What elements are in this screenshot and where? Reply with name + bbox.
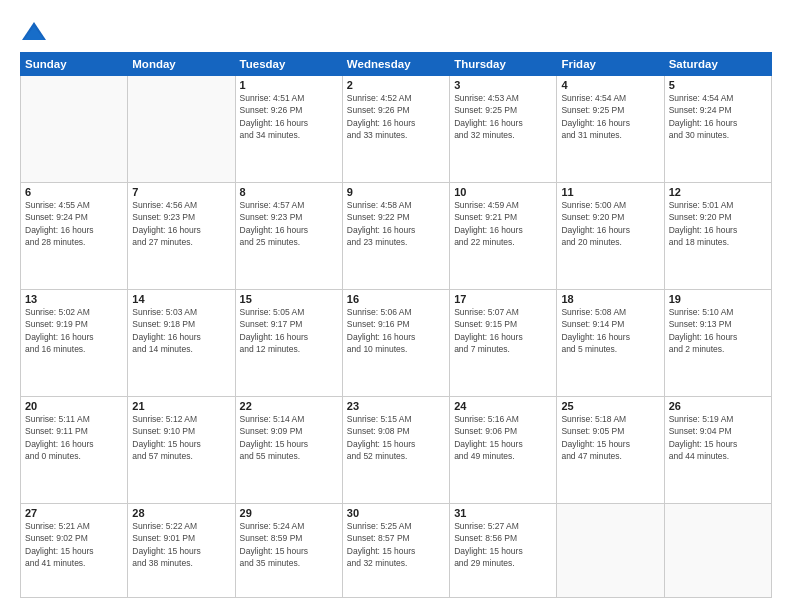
day-info: Sunrise: 5:24 AM Sunset: 8:59 PM Dayligh… [240, 520, 338, 569]
day-info: Sunrise: 5:06 AM Sunset: 9:16 PM Dayligh… [347, 306, 445, 355]
day-number: 31 [454, 507, 552, 519]
week-row-4: 20Sunrise: 5:11 AM Sunset: 9:11 PM Dayli… [21, 397, 772, 504]
calendar-cell: 31Sunrise: 5:27 AM Sunset: 8:56 PM Dayli… [450, 504, 557, 598]
calendar-cell: 5Sunrise: 4:54 AM Sunset: 9:24 PM Daylig… [664, 76, 771, 183]
day-number: 19 [669, 293, 767, 305]
weekday-header-row: SundayMondayTuesdayWednesdayThursdayFrid… [21, 53, 772, 76]
header [20, 18, 772, 46]
day-number: 16 [347, 293, 445, 305]
day-info: Sunrise: 4:54 AM Sunset: 9:25 PM Dayligh… [561, 92, 659, 141]
day-info: Sunrise: 5:12 AM Sunset: 9:10 PM Dayligh… [132, 413, 230, 462]
day-info: Sunrise: 5:15 AM Sunset: 9:08 PM Dayligh… [347, 413, 445, 462]
day-number: 17 [454, 293, 552, 305]
day-info: Sunrise: 4:52 AM Sunset: 9:26 PM Dayligh… [347, 92, 445, 141]
day-number: 6 [25, 186, 123, 198]
day-number: 22 [240, 400, 338, 412]
calendar-cell: 27Sunrise: 5:21 AM Sunset: 9:02 PM Dayli… [21, 504, 128, 598]
calendar-cell: 9Sunrise: 4:58 AM Sunset: 9:22 PM Daylig… [342, 183, 449, 290]
day-info: Sunrise: 5:19 AM Sunset: 9:04 PM Dayligh… [669, 413, 767, 462]
day-info: Sunrise: 4:56 AM Sunset: 9:23 PM Dayligh… [132, 199, 230, 248]
day-info: Sunrise: 5:27 AM Sunset: 8:56 PM Dayligh… [454, 520, 552, 569]
day-number: 2 [347, 79, 445, 91]
day-number: 20 [25, 400, 123, 412]
day-number: 5 [669, 79, 767, 91]
calendar-cell: 1Sunrise: 4:51 AM Sunset: 9:26 PM Daylig… [235, 76, 342, 183]
day-number: 30 [347, 507, 445, 519]
calendar-cell: 18Sunrise: 5:08 AM Sunset: 9:14 PM Dayli… [557, 290, 664, 397]
day-number: 10 [454, 186, 552, 198]
day-number: 8 [240, 186, 338, 198]
day-number: 23 [347, 400, 445, 412]
calendar-cell: 13Sunrise: 5:02 AM Sunset: 9:19 PM Dayli… [21, 290, 128, 397]
day-info: Sunrise: 5:10 AM Sunset: 9:13 PM Dayligh… [669, 306, 767, 355]
day-info: Sunrise: 5:02 AM Sunset: 9:19 PM Dayligh… [25, 306, 123, 355]
week-row-3: 13Sunrise: 5:02 AM Sunset: 9:19 PM Dayli… [21, 290, 772, 397]
weekday-friday: Friday [557, 53, 664, 76]
page: SundayMondayTuesdayWednesdayThursdayFrid… [0, 0, 792, 612]
calendar-cell: 20Sunrise: 5:11 AM Sunset: 9:11 PM Dayli… [21, 397, 128, 504]
weekday-monday: Monday [128, 53, 235, 76]
calendar-cell: 21Sunrise: 5:12 AM Sunset: 9:10 PM Dayli… [128, 397, 235, 504]
calendar-cell: 2Sunrise: 4:52 AM Sunset: 9:26 PM Daylig… [342, 76, 449, 183]
calendar-cell: 25Sunrise: 5:18 AM Sunset: 9:05 PM Dayli… [557, 397, 664, 504]
weekday-tuesday: Tuesday [235, 53, 342, 76]
day-number: 3 [454, 79, 552, 91]
day-number: 12 [669, 186, 767, 198]
day-info: Sunrise: 5:25 AM Sunset: 8:57 PM Dayligh… [347, 520, 445, 569]
calendar-cell: 23Sunrise: 5:15 AM Sunset: 9:08 PM Dayli… [342, 397, 449, 504]
day-number: 13 [25, 293, 123, 305]
day-info: Sunrise: 5:11 AM Sunset: 9:11 PM Dayligh… [25, 413, 123, 462]
weekday-wednesday: Wednesday [342, 53, 449, 76]
calendar-cell: 4Sunrise: 4:54 AM Sunset: 9:25 PM Daylig… [557, 76, 664, 183]
calendar-cell: 12Sunrise: 5:01 AM Sunset: 9:20 PM Dayli… [664, 183, 771, 290]
day-number: 9 [347, 186, 445, 198]
day-number: 4 [561, 79, 659, 91]
calendar-cell: 29Sunrise: 5:24 AM Sunset: 8:59 PM Dayli… [235, 504, 342, 598]
calendar-cell: 10Sunrise: 4:59 AM Sunset: 9:21 PM Dayli… [450, 183, 557, 290]
day-info: Sunrise: 5:05 AM Sunset: 9:17 PM Dayligh… [240, 306, 338, 355]
day-info: Sunrise: 5:21 AM Sunset: 9:02 PM Dayligh… [25, 520, 123, 569]
day-number: 7 [132, 186, 230, 198]
calendar-cell: 19Sunrise: 5:10 AM Sunset: 9:13 PM Dayli… [664, 290, 771, 397]
logo [20, 18, 52, 46]
day-info: Sunrise: 5:14 AM Sunset: 9:09 PM Dayligh… [240, 413, 338, 462]
week-row-1: 1Sunrise: 4:51 AM Sunset: 9:26 PM Daylig… [21, 76, 772, 183]
day-info: Sunrise: 5:22 AM Sunset: 9:01 PM Dayligh… [132, 520, 230, 569]
calendar-cell: 3Sunrise: 4:53 AM Sunset: 9:25 PM Daylig… [450, 76, 557, 183]
day-number: 24 [454, 400, 552, 412]
logo-icon [20, 18, 48, 46]
day-info: Sunrise: 4:55 AM Sunset: 9:24 PM Dayligh… [25, 199, 123, 248]
day-info: Sunrise: 5:16 AM Sunset: 9:06 PM Dayligh… [454, 413, 552, 462]
day-info: Sunrise: 5:00 AM Sunset: 9:20 PM Dayligh… [561, 199, 659, 248]
calendar-cell: 15Sunrise: 5:05 AM Sunset: 9:17 PM Dayli… [235, 290, 342, 397]
day-number: 1 [240, 79, 338, 91]
day-info: Sunrise: 5:07 AM Sunset: 9:15 PM Dayligh… [454, 306, 552, 355]
calendar-table: SundayMondayTuesdayWednesdayThursdayFrid… [20, 52, 772, 598]
weekday-saturday: Saturday [664, 53, 771, 76]
day-number: 27 [25, 507, 123, 519]
day-number: 26 [669, 400, 767, 412]
calendar-cell [664, 504, 771, 598]
day-number: 18 [561, 293, 659, 305]
weekday-thursday: Thursday [450, 53, 557, 76]
day-info: Sunrise: 5:03 AM Sunset: 9:18 PM Dayligh… [132, 306, 230, 355]
day-info: Sunrise: 4:58 AM Sunset: 9:22 PM Dayligh… [347, 199, 445, 248]
day-info: Sunrise: 4:51 AM Sunset: 9:26 PM Dayligh… [240, 92, 338, 141]
calendar-cell: 14Sunrise: 5:03 AM Sunset: 9:18 PM Dayli… [128, 290, 235, 397]
calendar-cell: 8Sunrise: 4:57 AM Sunset: 9:23 PM Daylig… [235, 183, 342, 290]
day-info: Sunrise: 4:53 AM Sunset: 9:25 PM Dayligh… [454, 92, 552, 141]
calendar-cell [557, 504, 664, 598]
day-number: 21 [132, 400, 230, 412]
calendar-cell: 24Sunrise: 5:16 AM Sunset: 9:06 PM Dayli… [450, 397, 557, 504]
calendar-cell [128, 76, 235, 183]
day-number: 28 [132, 507, 230, 519]
calendar-cell: 22Sunrise: 5:14 AM Sunset: 9:09 PM Dayli… [235, 397, 342, 504]
calendar-cell [21, 76, 128, 183]
calendar-cell: 16Sunrise: 5:06 AM Sunset: 9:16 PM Dayli… [342, 290, 449, 397]
calendar-cell: 7Sunrise: 4:56 AM Sunset: 9:23 PM Daylig… [128, 183, 235, 290]
calendar-cell: 30Sunrise: 5:25 AM Sunset: 8:57 PM Dayli… [342, 504, 449, 598]
day-info: Sunrise: 4:57 AM Sunset: 9:23 PM Dayligh… [240, 199, 338, 248]
day-info: Sunrise: 4:59 AM Sunset: 9:21 PM Dayligh… [454, 199, 552, 248]
calendar-cell: 6Sunrise: 4:55 AM Sunset: 9:24 PM Daylig… [21, 183, 128, 290]
week-row-5: 27Sunrise: 5:21 AM Sunset: 9:02 PM Dayli… [21, 504, 772, 598]
